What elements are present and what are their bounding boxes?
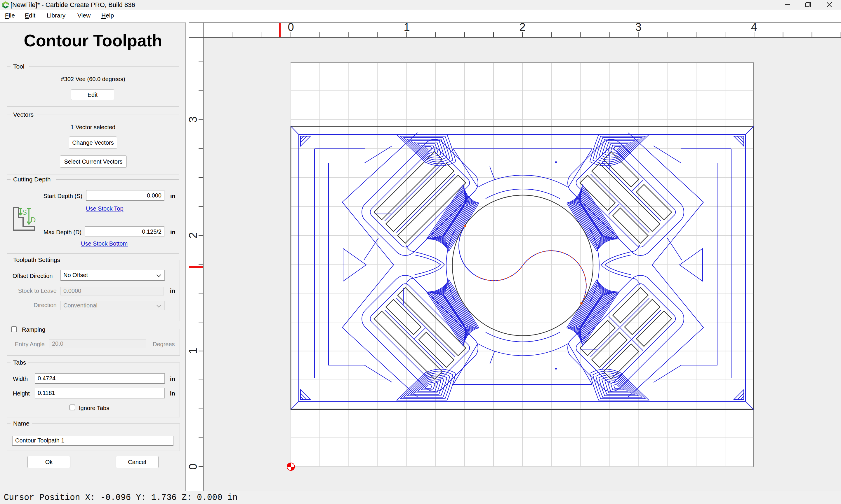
- svg-text:4: 4: [751, 22, 757, 33]
- svg-text:2: 2: [519, 22, 525, 33]
- svg-text:D: D: [31, 216, 36, 224]
- svg-text:0: 0: [288, 22, 294, 33]
- svg-text:S: S: [22, 208, 27, 216]
- svg-text:1: 1: [189, 348, 199, 354]
- svg-text:0: 0: [189, 464, 199, 470]
- svg-text:3: 3: [635, 22, 641, 33]
- svg-text:2: 2: [189, 232, 199, 238]
- svg-text:3: 3: [189, 116, 199, 123]
- svg-text:1: 1: [404, 22, 410, 33]
